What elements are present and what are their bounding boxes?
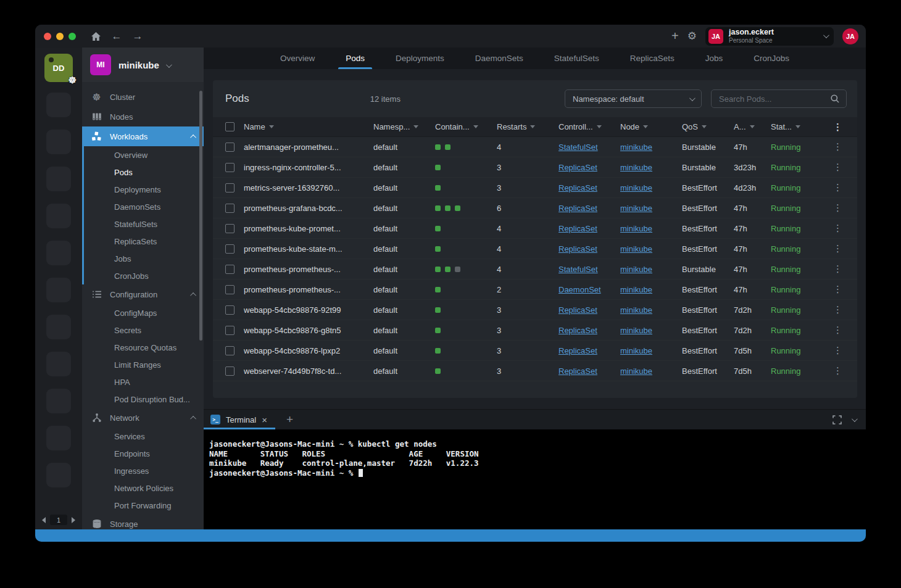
row-menu-icon[interactable]: ⋮ xyxy=(825,182,845,193)
hotbar-empty-slot[interactable] xyxy=(46,93,71,117)
row-checkbox[interactable] xyxy=(225,366,235,376)
user-avatar[interactable]: JA xyxy=(842,28,858,44)
node-link[interactable]: minikube xyxy=(620,244,682,254)
sidebar-item-network-policies[interactable]: Network Policies xyxy=(84,479,204,497)
row-checkbox[interactable] xyxy=(225,285,235,294)
node-link[interactable]: minikube xyxy=(620,183,682,193)
controlled-by-link[interactable]: ReplicaSet xyxy=(558,326,620,335)
controlled-by-link[interactable]: ReplicaSet xyxy=(558,163,620,172)
column-header-stat[interactable]: Stat... xyxy=(771,122,825,131)
sidebar-item-configuration[interactable]: Configuration xyxy=(82,284,204,304)
terminal-tab[interactable]: >_ Terminal × xyxy=(204,410,275,429)
forward-icon[interactable]: → xyxy=(131,30,144,43)
sidebar-item-ingresses[interactable]: Ingresses xyxy=(84,462,204,479)
node-link[interactable]: minikube xyxy=(620,204,682,213)
sidebar-item-workloads[interactable]: Workloads xyxy=(82,126,204,146)
node-link[interactable]: minikube xyxy=(620,163,682,172)
row-menu-icon[interactable]: ⋮ xyxy=(825,304,845,315)
page-next-icon[interactable] xyxy=(72,517,75,523)
table-row[interactable]: prometheus-prometheus-...default4Statefu… xyxy=(213,259,857,280)
node-link[interactable]: minikube xyxy=(620,366,682,376)
tab-deployments[interactable]: Deployments xyxy=(394,48,446,69)
row-menu-icon[interactable]: ⋮ xyxy=(825,202,845,213)
hotbar-empty-slot[interactable] xyxy=(46,315,71,339)
controlled-by-link[interactable]: ReplicaSet xyxy=(558,305,620,315)
sidebar-scrollbar[interactable] xyxy=(199,91,202,341)
sidebar-item-overview[interactable]: Overview xyxy=(84,146,204,164)
sidebar-item-replicasets[interactable]: ReplicaSets xyxy=(84,233,204,250)
controlled-by-link[interactable]: StatefulSet xyxy=(558,265,620,274)
controlled-by-link[interactable]: ReplicaSet xyxy=(558,183,620,193)
collapse-dock-icon[interactable] xyxy=(852,416,858,422)
hotbar-empty-slot[interactable] xyxy=(46,426,71,450)
tab-replicasets[interactable]: ReplicaSets xyxy=(629,48,676,69)
node-link[interactable]: minikube xyxy=(620,224,682,233)
row-checkbox[interactable] xyxy=(225,183,235,193)
sidebar-item-pod-disruption-bud-[interactable]: Pod Disruption Bud... xyxy=(84,391,204,408)
hotbar-empty-slot[interactable] xyxy=(46,130,71,154)
row-checkbox[interactable] xyxy=(225,346,235,355)
row-checkbox[interactable] xyxy=(225,204,235,213)
column-header-controll[interactable]: Controll... xyxy=(558,122,620,131)
hotbar-empty-slot[interactable] xyxy=(46,463,71,487)
sidebar-item-nodes[interactable]: Nodes xyxy=(82,107,204,126)
tab-overview[interactable]: Overview xyxy=(279,48,316,69)
hotbar-empty-slot[interactable] xyxy=(46,278,71,302)
row-menu-icon[interactable]: ⋮ xyxy=(825,365,845,376)
sidebar-item-pods[interactable]: Pods xyxy=(84,164,204,181)
table-row[interactable]: alertmanager-prometheu...default4Statefu… xyxy=(213,137,857,157)
table-row[interactable]: webapp-54cbc98876-g8tn5default3ReplicaSe… xyxy=(213,320,857,341)
tab-pods[interactable]: Pods xyxy=(344,48,366,69)
zoom-window-button[interactable] xyxy=(69,33,76,40)
sidebar-item-daemonsets[interactable]: DaemonSets xyxy=(84,198,204,215)
column-header-node[interactable]: Node xyxy=(620,122,682,131)
row-menu-icon[interactable]: ⋮ xyxy=(825,223,845,234)
controlled-by-link[interactable]: ReplicaSet xyxy=(558,366,620,376)
column-header-qos[interactable]: QoS xyxy=(682,122,734,131)
table-row[interactable]: prometheus-prometheus-...default2DaemonS… xyxy=(213,280,857,300)
space-selector[interactable]: JA jason.eckert Personal Space xyxy=(705,27,834,46)
sidebar-item-port-forwarding[interactable]: Port Forwarding xyxy=(84,497,204,514)
row-menu-icon[interactable]: ⋮ xyxy=(825,243,845,254)
namespace-dropdown[interactable]: Namespace: default xyxy=(565,89,702,108)
column-header-restarts[interactable]: Restarts xyxy=(497,122,558,131)
sidebar-item-limit-ranges[interactable]: Limit Ranges xyxy=(84,356,204,373)
add-cluster-icon[interactable]: + xyxy=(671,29,679,43)
maximize-dock-icon[interactable] xyxy=(832,415,842,424)
node-link[interactable]: minikube xyxy=(620,305,682,315)
controlled-by-link[interactable]: ReplicaSet xyxy=(558,204,620,213)
table-row[interactable]: ingress-nginx-controller-5...default3Rep… xyxy=(213,157,857,178)
tab-statefulsets[interactable]: StatefulSets xyxy=(553,48,600,69)
controlled-by-link[interactable]: ReplicaSet xyxy=(558,244,620,254)
table-row[interactable]: webapp-54cbc98876-92t99default3ReplicaSe… xyxy=(213,300,857,320)
cluster-switcher[interactable]: MI minikube xyxy=(82,48,204,82)
sidebar-item-cronjobs[interactable]: CronJobs xyxy=(84,267,204,284)
sidebar-item-storage[interactable]: Storage xyxy=(82,514,204,529)
row-menu-icon[interactable]: ⋮ xyxy=(825,284,845,295)
sidebar-item-endpoints[interactable]: Endpoints xyxy=(84,445,204,462)
node-link[interactable]: minikube xyxy=(620,143,682,152)
column-header-a[interactable]: A... xyxy=(734,122,771,131)
row-menu-icon[interactable]: ⋮ xyxy=(825,141,845,152)
node-link[interactable]: minikube xyxy=(620,265,682,274)
sidebar-item-network[interactable]: Network xyxy=(82,408,204,428)
close-icon[interactable]: × xyxy=(262,415,267,425)
table-row[interactable]: webapp-54cbc98876-lpxp2default3ReplicaSe… xyxy=(213,341,857,361)
sidebar-item-secrets[interactable]: Secrets xyxy=(84,321,204,339)
controlled-by-link[interactable]: ReplicaSet xyxy=(558,346,620,355)
row-checkbox[interactable] xyxy=(225,143,235,152)
close-window-button[interactable] xyxy=(44,33,51,40)
hotbar-empty-slot[interactable] xyxy=(46,204,71,228)
row-checkbox[interactable] xyxy=(225,265,235,274)
settings-gear-icon[interactable]: ⚙ xyxy=(687,30,697,43)
back-icon[interactable]: ← xyxy=(110,30,123,43)
table-row[interactable]: prometheus-kube-promet...default4Replica… xyxy=(213,218,857,239)
row-menu-icon[interactable]: ⋮ xyxy=(825,345,845,356)
column-header-namesp[interactable]: Namesp... xyxy=(373,122,435,131)
row-checkbox[interactable] xyxy=(225,163,235,172)
sidebar-item-jobs[interactable]: Jobs xyxy=(84,250,204,267)
terminal-output[interactable]: jasoneckert@Jasons-Mac-mini ~ % kubectl … xyxy=(204,429,866,529)
node-link[interactable]: minikube xyxy=(620,285,682,294)
row-menu-icon[interactable]: ⋮ xyxy=(825,325,845,336)
controlled-by-link[interactable]: StatefulSet xyxy=(558,143,620,152)
